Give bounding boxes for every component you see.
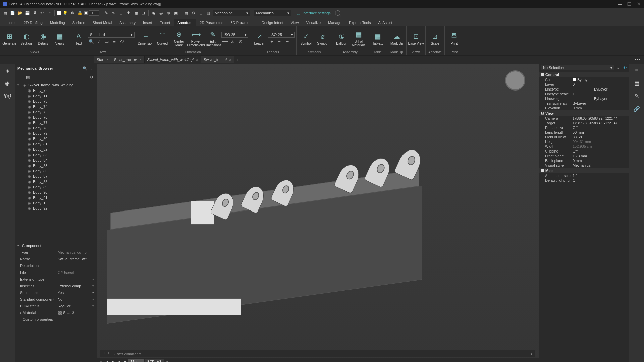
prop-fov-value[interactable]: 38.58 (573, 135, 629, 139)
settings-icon[interactable]: ⚙ (89, 75, 94, 79)
details-button[interactable]: ◉Details (35, 29, 51, 48)
globe-icon[interactable]: ◉ (3, 79, 11, 87)
tool-2-icon[interactable]: ⟲ (111, 10, 117, 16)
tab-manage[interactable]: Manage (325, 19, 345, 26)
power-dim-button[interactable]: ⟷Power Dimensions (188, 29, 204, 48)
prop-bom-value[interactable]: Regular▾ (58, 304, 94, 308)
prop-front-value[interactable]: 1.73 mm (573, 154, 629, 158)
tab-view[interactable]: View (287, 19, 302, 26)
prop-target-value[interactable]: 17587.78, 20588.43, -1221.47 (573, 121, 629, 125)
tree-body-item[interactable]: Body_80 (15, 136, 97, 141)
tab-export[interactable]: Export (156, 19, 173, 26)
leader-remove-icon[interactable]: − (276, 38, 283, 45)
prop-transparency-value[interactable]: ByLayer (573, 101, 629, 105)
leader-align-icon[interactable]: ≣ (283, 38, 291, 45)
properties-icon[interactable]: ≡ (633, 66, 641, 74)
tool-11-icon[interactable]: ▤ (183, 10, 189, 16)
viewport[interactable]: ⋮⋮ : Enter command ▴ ⏮ ◀ ▶ ⏭ ▣ Model BTR… (97, 64, 539, 362)
prop-lens-value[interactable]: 50 mm (573, 130, 629, 134)
doc-tab-solar[interactable]: Solar_tracker*× (111, 56, 145, 63)
tree-body-item[interactable]: Body_79 (15, 131, 97, 136)
eye-icon[interactable]: 👁 (622, 65, 627, 70)
text-find-icon[interactable]: 🔍 (88, 38, 95, 45)
model-tab[interactable]: Model (128, 359, 144, 362)
layer-value-input[interactable] (89, 10, 99, 16)
text-field-icon[interactable]: ▭ (103, 38, 110, 45)
prop-back-value[interactable]: 0 mm (573, 159, 629, 163)
misc-header[interactable]: ⊟Misc (539, 168, 629, 173)
prop-ltscale-value[interactable]: 1 (573, 92, 629, 96)
tool-9-icon[interactable]: ⊕ (165, 10, 171, 16)
tree-body-item[interactable]: Body_86 (15, 168, 97, 174)
add-tab-button[interactable]: + (234, 56, 241, 63)
center-mark-button[interactable]: ⊕Center Mark (171, 29, 187, 48)
tree-body-item[interactable]: Body_72 (15, 88, 97, 93)
tab-annotate[interactable]: Annotate (174, 19, 196, 26)
close-icon[interactable]: × (106, 58, 108, 62)
tab-3d-parametric[interactable]: 3D Parametric (227, 19, 258, 26)
browser-tree[interactable]: ▾ ◈ Swivel_frame_with_welding Body_72Bod… (15, 81, 97, 242)
prop-camera-value[interactable]: 17586.05, 20588.29, -1221.44 (573, 116, 629, 120)
cmdline-expand-icon[interactable]: ▴ (531, 352, 533, 356)
attach-icon[interactable]: 🔗 (633, 105, 641, 113)
close-icon[interactable]: × (196, 58, 198, 62)
last-tab-icon[interactable]: ⏭ (116, 359, 122, 362)
tree-body-item[interactable]: Body_88 (15, 179, 97, 184)
tree-body-item[interactable]: Body_89 (15, 184, 97, 190)
fx-icon[interactable]: f(x) (3, 92, 11, 100)
flat-mode-icon[interactable]: ▤ (25, 75, 30, 79)
minimize-button[interactable]: — (617, 1, 623, 7)
tool-1-icon[interactable]: ✎ (103, 10, 109, 16)
tab-design-intent[interactable]: Design Intent (258, 19, 287, 26)
viewport-canvas[interactable] (97, 64, 539, 362)
dim-angular-icon[interactable]: ∠ (229, 38, 236, 45)
leader-add-icon[interactable]: + (268, 38, 275, 45)
tab-sheet-metal[interactable]: Sheet Metal (89, 19, 116, 26)
tool-12-icon[interactable]: ⚙ (191, 10, 197, 16)
collapse-icon[interactable]: ▾ (17, 83, 21, 87)
dimension-button[interactable]: ↔Dimension (138, 29, 154, 48)
tree-body-item[interactable]: Body_83 (15, 152, 97, 158)
view-header[interactable]: ⊟View (539, 110, 629, 116)
tab-2d-drafting[interactable]: 2D Drafting (20, 19, 46, 26)
tree-body-item[interactable]: Body_73 (15, 99, 97, 104)
text-style-icon[interactable]: Aᵃ (118, 38, 126, 45)
prop-vstyle-value[interactable]: Mechanical (573, 163, 629, 167)
print-icon[interactable]: 🖶 (32, 10, 38, 16)
layer-freeze-icon[interactable]: ❄ (69, 10, 75, 16)
doc-tab-swivel-weld[interactable]: Swivel_frame_with_welding*× (145, 56, 201, 63)
menu-icon[interactable]: ⋮ (89, 66, 94, 71)
add-layout-icon[interactable]: + (165, 359, 170, 362)
tab-expresstools[interactable]: ExpressTools (345, 19, 374, 26)
tree-body-item[interactable]: Body_85 (15, 163, 97, 168)
filter-icon[interactable]: ▽ (615, 65, 621, 70)
search-icon[interactable]: 🔍 (83, 66, 87, 71)
tree-body-item[interactable]: Body_76 (15, 115, 97, 120)
layer-color-swatch[interactable] (57, 11, 61, 15)
layers-icon[interactable]: ▤ (633, 79, 641, 87)
tree-body-item[interactable]: Body_1 (15, 200, 97, 206)
workspace-dropdown-2[interactable]: Mechanical (254, 10, 291, 16)
text-style-select[interactable]: Standard (88, 32, 135, 38)
tool-6-icon[interactable]: ⊡ (140, 10, 146, 16)
leader-style-select[interactable]: ISO-25 (268, 32, 295, 38)
mech-browser-icon[interactable]: ◈ (3, 66, 11, 74)
print-button[interactable]: 🖶Print (446, 29, 462, 48)
tab-surface[interactable]: Surface (69, 19, 89, 26)
tool-13-icon[interactable]: ⊟ (198, 10, 204, 16)
text-align-icon[interactable]: ≡ (111, 38, 118, 45)
symbol2-button[interactable]: ⌀Symbol (315, 29, 331, 48)
prop-name-value[interactable]: Swivel_frame_wit (58, 257, 94, 261)
edit-dim-button[interactable]: ✎Edit Dimensions (205, 29, 221, 48)
base-view-button[interactable]: ⊡Base View (408, 29, 424, 48)
text-button[interactable]: AText (71, 29, 87, 48)
new-icon[interactable]: 📄 (9, 10, 15, 16)
close-button[interactable]: ✕ (636, 1, 641, 7)
dim-linear-icon[interactable]: ⟷ (221, 38, 229, 45)
general-header[interactable]: ⊟General (539, 72, 629, 77)
component-header[interactable]: ▾ Component (15, 242, 97, 249)
doc-tab-start[interactable]: Start× (94, 56, 111, 63)
tool-7-icon[interactable]: ◉ (151, 10, 157, 16)
layout-tab[interactable]: BTR_A3 (145, 359, 164, 362)
tool-14-icon[interactable]: ▥ (205, 10, 211, 16)
